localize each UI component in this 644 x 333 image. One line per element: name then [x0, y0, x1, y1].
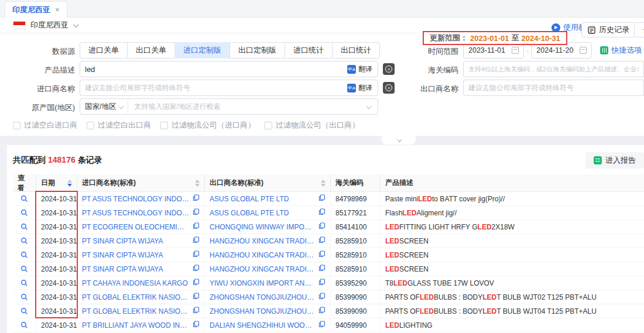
- copy-icon[interactable]: [193, 194, 200, 203]
- copy-icon[interactable]: [193, 293, 200, 301]
- translate-button[interactable]: 中A 翻译: [345, 63, 375, 75]
- copy-icon[interactable]: [193, 279, 200, 287]
- exporter-link[interactable]: YIWU XIONGXIN IMPORT AND EXPORT...: [210, 279, 315, 287]
- copy-icon[interactable]: [318, 307, 326, 315]
- exporter-link[interactable]: HANGZHOU XINGCAN TRADING CO LTD: [210, 237, 315, 245]
- filter-checkbox[interactable]: 过滤物流公司（出口商）: [265, 120, 359, 131]
- header-date[interactable]: 日期: [36, 174, 77, 191]
- filter-checkbox[interactable]: 过滤空白出口商: [87, 120, 151, 131]
- importer-link[interactable]: PT GLOBAL ELEKTRIK NASIONAL: [82, 307, 189, 315]
- data-source-tab[interactable]: 出口统计: [332, 42, 380, 59]
- exporter-link[interactable]: HANGZHOU XINGCAN TRADING CO LTD: [210, 251, 315, 259]
- close-icon[interactable]: ×: [55, 5, 60, 14]
- exporter-link[interactable]: DALIAN SHENGZHIHUI WOOD INDUST...: [210, 321, 315, 329]
- filter-checkbox[interactable]: 过滤物流公司（进口商）: [160, 120, 255, 131]
- data-source-tab[interactable]: 进口统计: [285, 42, 333, 59]
- importer-input[interactable]: 建议去除公司尾部字符或特殊符号 中A 翻译: [80, 80, 378, 96]
- filter-checkboxes: 过滤空白进口商过滤空白出口商过滤物流公司（进口商）过滤物流公司（出口商）: [13, 117, 359, 133]
- history-button[interactable]: 历史记录: [581, 22, 636, 37]
- product-desc-input[interactable]: led 中A 翻译: [80, 61, 378, 77]
- data-source-tab[interactable]: 进口关单: [80, 42, 128, 59]
- copy-icon[interactable]: [193, 208, 200, 217]
- importer-link[interactable]: PT SINAR CIPTA WIJAYA: [82, 237, 189, 245]
- exporter-link[interactable]: ZHONGSHAN TONGJIUZHOU INTERNA...: [210, 293, 315, 301]
- copy-icon[interactable]: [318, 265, 326, 273]
- exact-match-icon[interactable]: ≡: [383, 82, 395, 94]
- copy-icon[interactable]: [193, 307, 200, 315]
- copy-icon[interactable]: [193, 265, 200, 273]
- origin-country-select[interactable]: 国家/地区 支持输入国家/地区进行检索: [80, 98, 378, 115]
- importer-link[interactable]: PT BRILLIANT JAYA WOOD INDUSTRY: [82, 321, 189, 329]
- copy-icon[interactable]: [318, 236, 326, 245]
- calendar-icon: [512, 47, 519, 54]
- enter-report-button[interactable]: 进入报告: [585, 152, 644, 169]
- table-row: 2024-10-31PT ASUS TECHNOLOGY INDONESIA B…: [13, 206, 644, 220]
- copy-icon[interactable]: [318, 250, 326, 259]
- country-selector-label[interactable]: 印度尼西亚: [30, 20, 68, 30]
- header-exporter[interactable]: 出口商名称(标准): [205, 174, 331, 191]
- row-exporter-cell: ZHONGSHAN TONGJIUZHOU INTERNA...: [205, 290, 331, 304]
- exporter-link[interactable]: CHONGQING WINWAY IMPORT AND E...: [210, 223, 315, 231]
- copy-icon[interactable]: [318, 208, 326, 217]
- importer-link[interactable]: PT SINAR CIPTA WIJAYA: [82, 251, 189, 259]
- importer-link[interactable]: PT CAHAYA INDONESIA KARGO: [82, 279, 189, 287]
- copy-icon[interactable]: [193, 321, 200, 329]
- checkbox-icon[interactable]: [160, 122, 168, 129]
- view-detail-magnifier-icon[interactable]: [20, 209, 28, 217]
- chevron-down-icon[interactable]: [73, 22, 79, 28]
- view-detail-magnifier-icon[interactable]: [20, 251, 28, 259]
- data-source-tab[interactable]: 进口定制版: [174, 42, 230, 59]
- collapse-panel-handle[interactable]: [382, 136, 416, 145]
- header-importer[interactable]: 进口商名称(标准): [77, 174, 205, 191]
- sort-icon[interactable]: [317, 180, 326, 187]
- view-detail-magnifier-icon[interactable]: [20, 307, 28, 315]
- sort-icon[interactable]: [191, 180, 200, 187]
- exporter-link[interactable]: ASUS GLOBAL PTE LTD: [210, 209, 315, 217]
- translate-button[interactable]: 中A 翻译: [345, 82, 375, 94]
- copy-icon[interactable]: [318, 222, 326, 231]
- exporter-input[interactable]: 建议去除公司尾部字符或特殊符号: [463, 80, 644, 96]
- view-detail-magnifier-icon[interactable]: [20, 265, 28, 273]
- copy-icon[interactable]: [318, 194, 326, 203]
- exporter-link[interactable]: ASUS GLOBAL PTE LTD: [210, 195, 315, 203]
- copy-icon[interactable]: [318, 279, 326, 287]
- view-detail-magnifier-icon[interactable]: [20, 279, 28, 287]
- importer-link[interactable]: PT ECOGREEN OLEOCHEMICALS: [82, 223, 189, 231]
- row-product-desc-cell: Flash LED Aligment jig//: [381, 206, 644, 219]
- copy-icon[interactable]: [318, 321, 326, 329]
- origin-type-dropdown[interactable]: 国家/地区: [80, 99, 128, 114]
- browser-tab-indonesia[interactable]: 印度尼西亚 ×: [5, 1, 67, 18]
- copy-icon[interactable]: [193, 236, 200, 245]
- importer-link[interactable]: PT GLOBAL ELEKTRIK NASIONAL: [82, 293, 189, 301]
- favorite-button[interactable]: ★: [634, 22, 644, 37]
- checkbox-icon[interactable]: [87, 122, 94, 129]
- importer-link[interactable]: PT ASUS TECHNOLOGY INDONESIA BA...: [82, 209, 189, 217]
- sort-icon[interactable]: [64, 180, 72, 187]
- row-importer-cell: PT ECOGREEN OLEOCHEMICALS: [77, 220, 205, 234]
- view-detail-magnifier-icon[interactable]: [20, 195, 28, 202]
- view-detail-magnifier-icon[interactable]: [20, 293, 28, 301]
- view-detail-magnifier-icon[interactable]: [20, 223, 28, 231]
- importer-link[interactable]: PT ASUS TECHNOLOGY INDONESIA BA...: [82, 195, 189, 203]
- time-range-separator: -: [526, 46, 529, 55]
- filter-checkbox[interactable]: 过滤空白进口商: [13, 120, 77, 131]
- copy-icon[interactable]: [193, 222, 200, 231]
- view-detail-magnifier-icon[interactable]: [20, 237, 28, 245]
- row-exporter-cell: CHONGQING WINWAY IMPORT AND E...: [205, 220, 331, 234]
- copy-icon[interactable]: [318, 293, 326, 301]
- copy-icon[interactable]: [193, 250, 200, 259]
- exporter-link[interactable]: HANGZHOU XINGCAN TRADING CO LTD: [210, 265, 315, 273]
- exporter-link[interactable]: ZHONGSHAN TONGJIUZHOU INTERNA...: [210, 307, 315, 315]
- view-detail-magnifier-icon[interactable]: [20, 321, 28, 329]
- hs-code-input[interactable]: 支持4位以上海关编码，或2位海关编码加上产品描述、企业名称的任意信息: [463, 61, 644, 77]
- data-source-tab[interactable]: 出口定制版: [229, 42, 285, 59]
- update-range-start: 2023-01-01: [470, 34, 509, 43]
- exact-match-icon[interactable]: ≡: [383, 63, 395, 75]
- browser-tab-strip: 印度尼西亚 ×: [0, 0, 644, 18]
- checkbox-icon[interactable]: [13, 122, 20, 129]
- importer-link[interactable]: PT SINAR CIPTA WIJAYA: [82, 265, 189, 273]
- hs-code-label: 海关编码: [403, 65, 458, 75]
- checkbox-icon[interactable]: [265, 122, 272, 129]
- data-source-tab[interactable]: 出口关单: [127, 42, 175, 59]
- quick-options-button[interactable]: 快捷选项: [600, 45, 642, 56]
